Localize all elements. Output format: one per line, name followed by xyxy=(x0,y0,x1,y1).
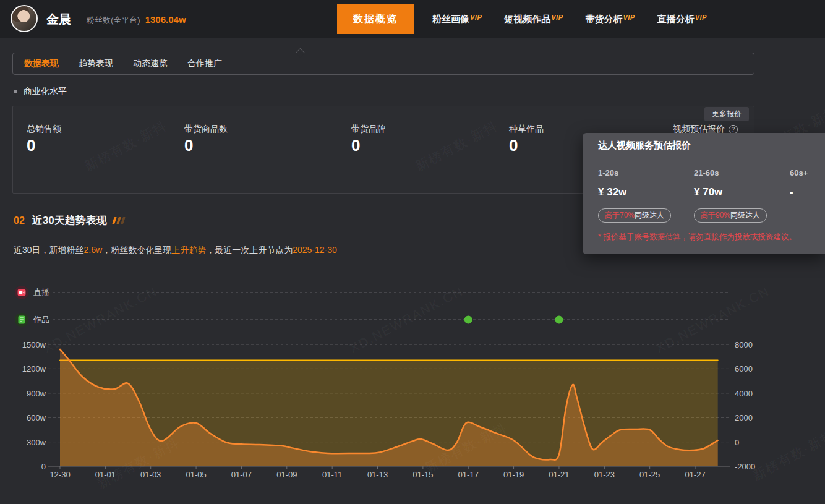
price-popup: 达人视频服务预估报价 1-20s¥ 32w高于70%同级达人21-60s¥ 70… xyxy=(583,133,825,254)
works-event-dot[interactable] xyxy=(555,316,563,324)
x-axis-label: 01-05 xyxy=(186,470,206,479)
left-axis-label: 0 xyxy=(41,462,46,471)
popup-note: * 报价基于账号数据估算，请勿直接作为投放或投资建议。 xyxy=(598,232,797,242)
left-axis-label: 300w xyxy=(27,438,46,447)
price-value: ¥ 70w xyxy=(694,186,722,199)
x-axis-label: 01-03 xyxy=(140,470,161,479)
rank-badge: 高于70%同级达人 xyxy=(598,208,671,223)
left-axis-label: 600w xyxy=(27,413,46,422)
right-axis-label: 8000 xyxy=(735,340,753,349)
works-event-dot[interactable] xyxy=(464,316,472,324)
right-axis-label: 6000 xyxy=(735,364,753,374)
x-axis-label: 12-30 xyxy=(49,470,70,479)
price-value: ¥ 32w xyxy=(598,186,626,199)
duration-label: 60s+ xyxy=(790,168,808,177)
rank-badge: 高于90%同级达人 xyxy=(694,208,767,223)
left-axis-label: 1200w xyxy=(22,364,46,374)
price-value: - xyxy=(790,186,793,199)
x-axis-label: 01-21 xyxy=(549,470,569,479)
page: 金晨 粉丝数(全平台)1306.04w 数据概览粉丝画像VIP短视频作品VIP带… xyxy=(0,0,825,504)
left-axis-label: 900w xyxy=(27,389,46,398)
x-axis-label: 01-25 xyxy=(639,470,660,479)
x-axis-label: 01-13 xyxy=(367,470,388,479)
x-axis-label: 01-19 xyxy=(503,470,524,479)
x-axis-label: 01-17 xyxy=(458,470,479,479)
x-axis-label: 01-27 xyxy=(685,470,705,479)
popup-title: 达人视频服务预估报价 xyxy=(598,140,691,152)
x-axis-label: 01-07 xyxy=(231,470,252,479)
duration-label: 21-60s xyxy=(694,168,719,177)
x-axis-label: 01-09 xyxy=(276,470,297,479)
x-axis-label: 01-23 xyxy=(594,470,615,479)
duration-label: 1-20s xyxy=(598,168,618,177)
right-axis-label: 4000 xyxy=(735,389,753,398)
popup-divider xyxy=(583,156,825,156)
right-axis-label: 0 xyxy=(735,438,739,447)
right-axis-label: 2000 xyxy=(735,413,753,422)
x-axis-label: 01-11 xyxy=(322,470,342,479)
